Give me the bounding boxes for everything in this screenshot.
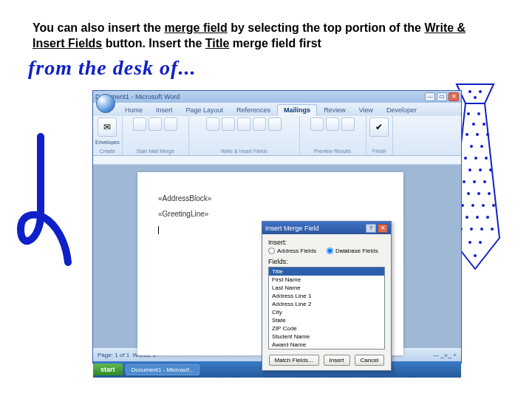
highlight-merge-fields-button[interactable] — [206, 117, 219, 131]
tab-mailings[interactable]: Mailings — [277, 104, 317, 116]
merge-field-greetingline: «GreetingLine» — [158, 210, 383, 218]
office-button[interactable] — [96, 94, 115, 113]
field-option[interactable]: Last Name — [269, 284, 384, 292]
ribbon-group-preview-results: Preview Results — [300, 116, 366, 155]
titlebar: Document1 - Microsoft Word — ▭ ✕ — [93, 91, 461, 103]
edit-recipient-list-button[interactable] — [164, 117, 177, 131]
field-option[interactable]: City — [269, 308, 384, 316]
minimize-button[interactable]: — — [425, 92, 435, 101]
maximize-button[interactable]: ▭ — [437, 92, 447, 101]
radio-address-fields[interactable]: Address Fields — [268, 248, 316, 254]
document-area: «AddressBlock» «GreetingLine» Insert Mer… — [93, 165, 461, 348]
svg-point-16 — [479, 168, 482, 171]
match-fields-button[interactable]: Match Fields... — [269, 355, 319, 366]
finish-merge-button[interactable]: ✔ — [369, 117, 389, 137]
dialog-body: Insert: Address Fields Database Fields F… — [262, 234, 391, 370]
horizontal-ruler[interactable] — [93, 156, 461, 165]
ribbon-tabs: Home Insert Page Layout References Maili… — [93, 103, 461, 116]
svg-point-17 — [489, 168, 492, 171]
svg-point-27 — [492, 204, 495, 207]
field-option[interactable]: Award Name — [269, 341, 384, 349]
window-controls: — ▭ ✕ — [425, 92, 459, 101]
caption-text: You can also insert the — [33, 21, 164, 34]
svg-point-35 — [468, 241, 471, 244]
tab-page-layout[interactable]: Page Layout — [180, 104, 231, 116]
preview-results-button[interactable] — [310, 117, 324, 131]
tab-developer[interactable]: Developer — [380, 104, 423, 116]
from-the-desk-of: from the desk of... — [28, 56, 196, 80]
zoom-controls[interactable]: — ⎯◉⎯ + — [433, 352, 457, 358]
group-label-create: Create — [100, 149, 115, 154]
field-option[interactable]: Address Line 1 — [269, 292, 384, 300]
svg-point-37 — [474, 254, 477, 257]
tab-review[interactable]: Review — [317, 104, 352, 116]
auto-check-errors-button[interactable] — [341, 117, 355, 131]
svg-point-25 — [471, 204, 474, 207]
group-label-write-insert: Write & Insert Fields — [221, 149, 267, 154]
tab-view[interactable]: View — [352, 104, 380, 116]
field-option[interactable]: First Name — [269, 276, 384, 284]
svg-point-34 — [491, 228, 494, 231]
select-recipients-button[interactable] — [149, 117, 162, 131]
page-indicator[interactable]: Page: 1 of 1 — [98, 352, 129, 358]
field-option-title[interactable]: Title — [269, 267, 384, 276]
svg-point-0 — [468, 90, 471, 93]
field-option[interactable]: ZIP Code — [269, 324, 384, 332]
svg-point-10 — [470, 145, 473, 148]
svg-point-13 — [474, 157, 477, 160]
svg-point-36 — [479, 241, 482, 244]
close-button[interactable]: ✕ — [449, 92, 459, 101]
text-cursor — [158, 226, 159, 234]
envelopes-label: Envelopes — [95, 140, 120, 145]
dialog-close-button[interactable]: ✕ — [378, 224, 388, 233]
fields-label: Fields: — [268, 258, 385, 265]
svg-point-20 — [483, 180, 486, 183]
tab-insert[interactable]: Insert — [149, 104, 180, 116]
insert-merge-field-dialog: Insert Merge Field ? ✕ Insert: Address F… — [262, 221, 392, 371]
start-button[interactable]: start — [93, 364, 123, 375]
svg-point-29 — [476, 216, 479, 219]
svg-point-14 — [485, 157, 488, 160]
fields-listbox[interactable]: Title First Name Last Name Address Line … — [268, 267, 385, 349]
svg-point-33 — [480, 228, 483, 231]
svg-point-21 — [467, 192, 470, 195]
svg-point-6 — [482, 123, 485, 126]
svg-point-28 — [466, 216, 468, 219]
start-mail-merge-button[interactable] — [133, 117, 146, 131]
svg-point-26 — [482, 204, 485, 207]
envelopes-button[interactable]: ✉ — [98, 117, 117, 137]
svg-point-8 — [476, 133, 479, 136]
caption-text-4: merge field first — [229, 37, 321, 50]
insert-label: Insert: — [268, 239, 385, 246]
rules-button[interactable] — [268, 117, 282, 131]
caption-text-3: button. Insert the — [102, 37, 205, 50]
field-option[interactable]: State — [269, 316, 384, 324]
dialog-help-button[interactable]: ? — [366, 224, 376, 233]
svg-point-22 — [477, 192, 480, 195]
tab-home[interactable]: Home — [118, 104, 149, 116]
cancel-button[interactable]: Cancel — [355, 355, 385, 366]
insert-button[interactable]: Insert — [324, 355, 350, 366]
svg-point-2 — [474, 96, 477, 99]
ribbon-group-create: ✉ Envelopes Create — [93, 116, 123, 155]
svg-point-7 — [466, 133, 468, 136]
word-window: Document1 - Microsoft Word — ▭ ✕ Home In… — [92, 90, 462, 364]
svg-point-5 — [472, 123, 475, 126]
greeting-line-button[interactable] — [237, 117, 250, 131]
field-option[interactable]: Gender — [269, 349, 384, 349]
svg-point-23 — [488, 192, 491, 195]
svg-point-3 — [467, 112, 470, 115]
find-recipient-button[interactable] — [326, 117, 339, 131]
svg-point-1 — [479, 90, 482, 93]
svg-point-32 — [470, 228, 473, 231]
field-option[interactable]: Student Name — [269, 332, 384, 341]
insert-merge-field-button[interactable] — [253, 117, 266, 131]
svg-point-9 — [486, 133, 489, 136]
field-option[interactable]: Address Line 2 — [269, 300, 384, 308]
slide-caption: You can also insert the merge field by s… — [33, 21, 499, 52]
address-block-button[interactable] — [222, 117, 235, 131]
svg-point-4 — [477, 112, 480, 115]
radio-database-fields[interactable]: Database Fields — [327, 248, 378, 254]
tab-references[interactable]: References — [230, 104, 277, 116]
taskbar-app-button[interactable]: Document1 - Microsof... — [126, 364, 200, 375]
